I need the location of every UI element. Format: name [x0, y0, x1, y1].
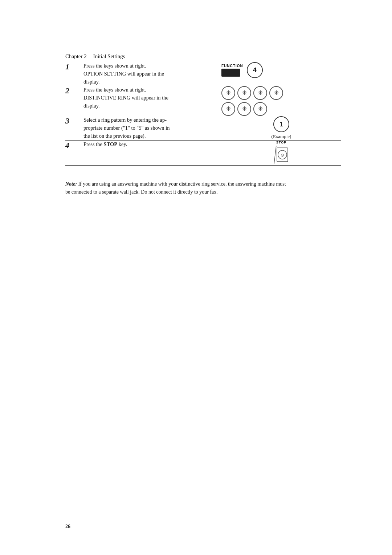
number-1-key: 1 [273, 116, 289, 132]
page-number: 26 [65, 524, 70, 530]
star-key-1: ✳ [221, 86, 235, 100]
svg-line-0 [274, 146, 276, 164]
star-key-7: ✳ [253, 102, 267, 116]
star-key-3: ✳ [253, 86, 267, 100]
top-divider [65, 51, 341, 51]
step-number-3: 3 [65, 116, 83, 140]
steps-table: 1 Press the keys shown at right. OPTION … [65, 62, 341, 166]
step-row-2: 2 Press the keys shown at right. DISTINC… [65, 86, 341, 116]
note-label: Note: [65, 181, 77, 187]
step-number-2: 2 [65, 86, 83, 116]
number-4-key: 4 [247, 62, 263, 78]
chapter-header: Chapter 2 Initial Settings [65, 53, 341, 60]
chapter-label: Chapter 2 [65, 53, 87, 60]
star-key-4: ✳ [269, 86, 283, 100]
function-key-box [221, 69, 240, 77]
step-number-4: 4 [65, 140, 83, 165]
star-key-5: ✳ [221, 102, 235, 116]
step-row-4: 4 Press the STOP key. STOP [65, 140, 341, 165]
svg-text:⊙: ⊙ [281, 153, 284, 158]
stop-key-group: STOP ⊙ [221, 141, 341, 165]
star-keys-row2: ✳ ✳ ✳ [221, 102, 341, 116]
stop-key-svg: ⊙ [273, 145, 290, 165]
step-text-1: Press the keys shown at right. OPTION SE… [83, 62, 221, 86]
function-key-container: FUNCTION [221, 64, 243, 77]
stop-key-wrapper: ⊙ [273, 145, 290, 165]
star-keys-row1: ✳ ✳ ✳ ✳ [221, 86, 341, 100]
number-key-container: 1 (Example) [221, 116, 341, 139]
step-visual-2: ✳ ✳ ✳ ✳ ✳ ✳ ✳ [221, 86, 341, 116]
step-text-3: Select a ring pattern by entering the ap… [83, 116, 221, 140]
example-label: (Example) [221, 134, 341, 139]
step-number-1: 1 [65, 62, 83, 86]
function-label: FUNCTION [221, 64, 243, 68]
star-key-2: ✳ [237, 86, 251, 100]
step-row-1: 1 Press the keys shown at right. OPTION … [65, 62, 341, 86]
chapter-section: Initial Settings [93, 53, 125, 60]
function-key-group: FUNCTION 4 [221, 62, 341, 78]
step-text-2: Press the keys shown at right. DISTINCTI… [83, 86, 221, 116]
star-key-6: ✳ [237, 102, 251, 116]
step-visual-4: STOP ⊙ [221, 140, 341, 165]
note-section: Note: If you are using an answering mach… [65, 180, 290, 197]
stop-label: STOP [276, 141, 286, 144]
note-text: If you are using an answering machine wi… [65, 181, 286, 195]
star-keys-container: ✳ ✳ ✳ ✳ ✳ ✳ ✳ [221, 86, 341, 116]
step-row-3: 3 Select a ring pattern by entering the … [65, 116, 341, 140]
page: Chapter 2 Initial Settings 1 Press the k… [0, 0, 392, 555]
step-visual-3: 1 (Example) [221, 116, 341, 140]
step-visual-1: FUNCTION 4 [221, 62, 341, 86]
step-text-4: Press the STOP key. [83, 140, 221, 165]
